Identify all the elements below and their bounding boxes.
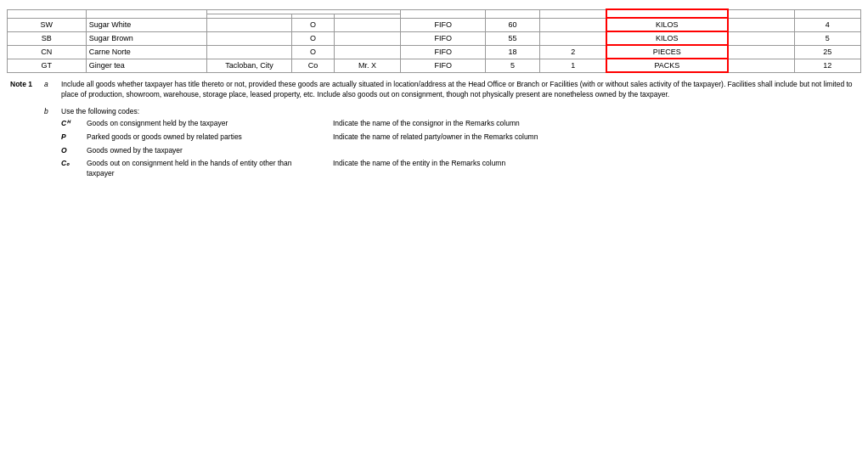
table-row: GT Ginger tea Tacloban, City Co Mr. X FI… — [8, 59, 861, 72]
note1b-empty — [7, 105, 41, 117]
col-header-product-code — [8, 9, 87, 18]
cell-unit-price: 60 — [486, 18, 540, 31]
cell-total-cost: 4 — [794, 18, 860, 31]
code-remark-spacer — [304, 117, 330, 131]
cell-unit-price: 5 — [486, 59, 540, 72]
table-row: SW Sugar White O FIFO 60 KILOS 4 — [8, 18, 861, 31]
col-header-total-weight — [728, 9, 794, 18]
table-row: CN Carne Norte O FIFO 18 2 PIECES 25 — [8, 45, 861, 59]
code-remark: Indicate the name of the consignor in th… — [330, 117, 861, 131]
code-remark — [330, 144, 861, 158]
code-empty — [41, 157, 58, 181]
cell-total-cost: 25 — [794, 45, 860, 59]
col-header-unit-price — [486, 9, 540, 18]
code-description: Goods owned by the taxpayer — [83, 144, 304, 158]
cell-unit-price: 18 — [486, 45, 540, 59]
cell-unit-measure: KILOS — [606, 18, 728, 31]
cell-loc-code: O — [291, 18, 334, 31]
cell-total-cost: 12 — [794, 59, 860, 72]
cell-total-weight — [728, 18, 794, 31]
cell-valuation: FIFO — [401, 31, 486, 45]
col-header-total-cost — [794, 9, 860, 18]
code-indent — [7, 144, 41, 158]
cell-valuation: FIFO — [401, 18, 486, 31]
cell-unit-price: 55 — [486, 31, 540, 45]
code-remark: Indicate the name of the entity in the R… — [330, 157, 861, 181]
code-remark: Indicate the name of related party/owner… — [330, 131, 861, 144]
cell-total-weight — [728, 59, 794, 72]
cell-product-code: SW — [8, 18, 87, 31]
note1b-label: b — [41, 105, 58, 117]
note-code-row: P Parked goods or goods owned by related… — [7, 131, 861, 144]
col-header-inventory-valuation — [401, 9, 486, 18]
code-symbol: O — [58, 144, 83, 158]
code-remark-spacer — [304, 144, 330, 158]
cell-total-cost: 5 — [794, 31, 860, 45]
cell-description: Carne Norte — [86, 45, 207, 59]
cell-description: Sugar White — [86, 18, 207, 31]
code-symbol: Cₒ — [58, 157, 83, 181]
cell-address — [207, 31, 292, 45]
code-indent — [7, 117, 41, 131]
cell-product-code: CN — [8, 45, 87, 59]
code-indent — [7, 157, 41, 181]
cell-loc-code: O — [291, 45, 334, 59]
note-code-row: O Goods owned by the taxpayer — [7, 144, 861, 158]
table-row: SB Sugar Brown O FIFO 55 KILOS 5 — [8, 31, 861, 45]
cell-remarks — [334, 45, 400, 59]
code-empty — [41, 144, 58, 158]
cell-unit-measure: PIECES — [606, 45, 728, 59]
code-empty — [41, 117, 58, 131]
cell-address — [207, 18, 292, 31]
cell-unit-measure: KILOS — [606, 31, 728, 45]
cell-address — [207, 45, 292, 59]
cell-valuation: FIFO — [401, 59, 486, 72]
cell-valuation: FIFO — [401, 45, 486, 59]
code-remark-spacer — [304, 157, 330, 181]
note1b-row: b Use the following codes: — [7, 105, 861, 117]
note1a-text: Include all goods whether taxpayer has t… — [58, 78, 861, 102]
cell-address: Tacloban, City — [207, 59, 292, 72]
note-code-row: Cₒ Goods out on consignment held in the … — [7, 157, 861, 181]
code-description: Goods on consignment held by the taxpaye… — [83, 117, 304, 131]
code-indent — [7, 131, 41, 144]
cell-description: Ginger tea — [86, 59, 207, 72]
cell-loc-code: Co — [291, 59, 334, 72]
cell-product-code: GT — [8, 59, 87, 72]
cell-total-weight — [728, 45, 794, 59]
code-symbol: P — [58, 131, 83, 144]
cell-qty-stocks: 1 — [540, 59, 606, 72]
cell-remarks: Mr. X — [334, 59, 400, 72]
cell-remarks — [334, 18, 400, 31]
cell-qty-stocks — [540, 18, 606, 31]
note1b-text: Use the following codes: — [58, 105, 861, 117]
code-symbol: Cᴴ — [58, 117, 83, 131]
cell-total-weight — [728, 31, 794, 45]
cell-qty-stocks — [540, 31, 606, 45]
cell-qty-stocks: 2 — [540, 45, 606, 59]
notes-table: Note 1 a Include all goods whether taxpa… — [7, 78, 861, 181]
code-description: Goods out on consignment held in the han… — [83, 157, 304, 181]
cell-description: Sugar Brown — [86, 31, 207, 45]
col-header-item-description — [86, 9, 207, 18]
note-code-row: Cᴴ Goods on consignment held by the taxp… — [7, 117, 861, 131]
cell-product-code: SB — [8, 31, 87, 45]
inventory-table: SW Sugar White O FIFO 60 KILOS 4 SB Suga… — [7, 8, 861, 73]
code-empty — [41, 131, 58, 144]
col-header-unit-measurement — [606, 9, 728, 18]
cell-remarks — [334, 31, 400, 45]
cell-loc-code: O — [291, 31, 334, 45]
note1-label: Note 1 — [7, 78, 41, 102]
cell-unit-measure: PACKS — [606, 59, 728, 72]
note1a-label: a — [41, 78, 58, 102]
note1-row: Note 1 a Include all goods whether taxpa… — [7, 78, 861, 102]
col-header-qty-stocks — [540, 9, 606, 18]
code-remark-spacer — [304, 131, 330, 144]
code-description: Parked goods or goods owned by related p… — [83, 131, 304, 144]
